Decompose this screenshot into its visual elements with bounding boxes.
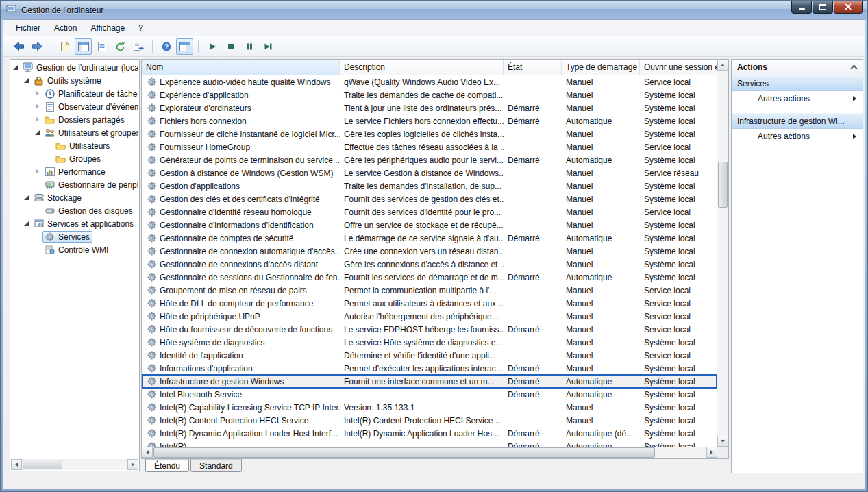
- list-vertical-scrollbar[interactable]: [717, 60, 728, 447]
- stop-service-button[interactable]: [222, 38, 239, 55]
- tree-node[interactable]: Gestion de l'ordinateur (local): [21, 62, 138, 73]
- properties-button[interactable]: [93, 38, 110, 55]
- show-hide-action-pane-button[interactable]: [176, 38, 193, 55]
- action-section-header[interactable]: Infrastructure de gestion Wi...: [732, 113, 863, 129]
- tree-item[interactable]: Utilisateurs et groupes l: [11, 126, 138, 139]
- menu-item[interactable]: Fichier: [9, 21, 47, 35]
- tree-node[interactable]: Performance: [42, 166, 108, 177]
- tree-item[interactable]: Services et applications: [11, 217, 138, 230]
- service-row[interactable]: Gestionnaire de sessions du Gestionnaire…: [142, 271, 717, 284]
- column-header-ouvrir-une-session-e[interactable]: Ouvrir une session e: [640, 60, 717, 75]
- service-row[interactable]: Identité de l'applicationDétermine et vé…: [142, 349, 717, 362]
- service-row[interactable]: Intel(R) Dynamic Application Loader Host…: [142, 427, 717, 440]
- menu-item[interactable]: Action: [47, 21, 84, 35]
- tree-horizontal-scrollbar[interactable]: [11, 459, 138, 470]
- tree-item[interactable]: Utilisateurs: [11, 139, 138, 152]
- tree-item[interactable]: Gestion de l'ordinateur (local): [11, 61, 138, 74]
- service-row[interactable]: Gestion des clés et des certificats d'in…: [142, 193, 717, 206]
- list-vscroll-thumb[interactable]: [718, 162, 728, 208]
- service-row[interactable]: Générateur de points de terminaison du s…: [142, 153, 717, 167]
- list-vscroll-track[interactable]: [717, 71, 728, 436]
- tree-item[interactable]: Dossiers partagés: [11, 113, 138, 126]
- service-row[interactable]: Infrastructure de gestion WindowsFournit…: [142, 375, 717, 388]
- service-row[interactable]: Intel(R) Content Protection HECI Service…: [142, 414, 717, 427]
- service-row[interactable]: Gestionnaire d'informations d'identifica…: [142, 219, 717, 232]
- column-header-nom[interactable]: Nom: [142, 60, 340, 75]
- scroll-right-button[interactable]: [706, 447, 717, 458]
- tree-hscroll-thumb[interactable]: [23, 460, 62, 469]
- tree-item[interactable]: Stockage: [11, 191, 138, 204]
- service-row[interactable]: Hôte de périphérique UPnPAutorise l'hébe…: [142, 310, 717, 323]
- tree-item[interactable]: Contrôle WMI: [11, 243, 138, 256]
- tree-node[interactable]: Contrôle WMI: [42, 244, 111, 256]
- service-row[interactable]: Hôte du fournisseur de découverte de fon…: [142, 323, 717, 336]
- minimize-button[interactable]: [791, 1, 812, 14]
- service-row[interactable]: Expérience d'applicationTraite les deman…: [142, 88, 717, 101]
- tree-node[interactable]: Stockage: [32, 192, 84, 204]
- scroll-right-button[interactable]: [127, 459, 138, 470]
- tree-node[interactable]: Outils système: [32, 75, 104, 86]
- tree-item[interactable]: Gestion des disques: [11, 204, 138, 217]
- list-hscroll-track[interactable]: [153, 447, 706, 458]
- tree-node[interactable]: Utilisateurs: [53, 140, 112, 151]
- tree-item[interactable]: Services: [11, 230, 138, 243]
- tree-item[interactable]: Performance: [11, 165, 138, 178]
- service-row[interactable]: Gestionnaire d'identité réseau homologue…: [142, 206, 717, 219]
- service-row[interactable]: Hôte de DLL de compteur de performancePe…: [142, 297, 717, 310]
- expanded-expander-icon[interactable]: [23, 77, 31, 84]
- column-header-description[interactable]: Description: [340, 60, 504, 75]
- menu-item[interactable]: Affichage: [84, 21, 132, 35]
- tree-node[interactable]: Utilisateurs et groupes l: [42, 127, 138, 138]
- tree-node[interactable]: Services et applications: [32, 218, 136, 230]
- tree-item[interactable]: Planificateur de tâches: [11, 87, 138, 100]
- expanded-expander-icon[interactable]: [12, 64, 20, 71]
- titlebar[interactable]: Gestion de l'ordinateur: [1, 1, 867, 19]
- service-row[interactable]: Gestionnaire de connexions d'accès dista…: [142, 258, 717, 271]
- service-row[interactable]: Fournisseur HomeGroupEffectue des tâches…: [142, 140, 717, 153]
- service-row[interactable]: Gestion d'applicationsTraite les demande…: [142, 180, 717, 193]
- expanded-expander-icon[interactable]: [23, 220, 31, 227]
- action-item[interactable]: Autres actions: [732, 91, 863, 107]
- tree-item[interactable]: Gestionnaire de périphé: [11, 178, 138, 191]
- expanded-expander-icon[interactable]: [34, 129, 42, 136]
- service-row[interactable]: Explorateur d'ordinateursTient à jour un…: [142, 101, 717, 114]
- scroll-down-button[interactable]: [717, 436, 728, 447]
- tree-node[interactable]: Groupes: [53, 153, 103, 164]
- restart-service-button[interactable]: [259, 38, 276, 55]
- help-button[interactable]: ?: [158, 38, 175, 55]
- start-service-button[interactable]: [203, 38, 221, 55]
- collapsed-expander-icon[interactable]: [34, 168, 42, 175]
- tree-node[interactable]: Dossiers partagés: [42, 114, 127, 125]
- service-row[interactable]: Gestion à distance de Windows (Gestion W…: [142, 167, 717, 180]
- list-hscroll-thumb[interactable]: [153, 447, 655, 458]
- service-row[interactable]: Intel Bluetooth ServiceDémarréAutomatiqu…: [142, 388, 717, 401]
- pause-service-button[interactable]: [240, 38, 258, 55]
- tree-node[interactable]: Planificateur de tâches: [42, 88, 138, 99]
- service-row[interactable]: Fournisseur de cliché instantané de logi…: [142, 127, 717, 140]
- scroll-left-button[interactable]: [142, 447, 153, 458]
- collapsed-expander-icon[interactable]: [34, 90, 42, 97]
- service-row[interactable]: Gestionnaire de connexion automatique d'…: [142, 245, 717, 258]
- tab-standard[interactable]: Standard: [190, 459, 242, 472]
- tree-item[interactable]: Groupes: [11, 152, 138, 165]
- tree-hscroll-track[interactable]: [22, 459, 127, 470]
- service-row[interactable]: Groupement de mise en réseau de pairsPer…: [142, 284, 717, 297]
- tree-item[interactable]: Outils système: [11, 74, 138, 87]
- action-section-header[interactable]: Services: [732, 75, 863, 91]
- forward-button[interactable]: [29, 38, 46, 55]
- service-row[interactable]: Intel(R) Capability Licensing Service TC…: [142, 401, 717, 414]
- service-row[interactable]: Expérience audio-vidéo haute qualité Win…: [142, 75, 717, 88]
- tree-item[interactable]: Observateur d'événeme: [11, 100, 138, 113]
- scroll-left-button[interactable]: [11, 459, 22, 470]
- close-button[interactable]: [834, 1, 863, 14]
- collapse-actions-pane-icon[interactable]: [851, 65, 858, 72]
- tree-node[interactable]: Gestionnaire de périphé: [42, 179, 138, 190]
- service-row[interactable]: Gestionnaire de comptes de sécuritéLe dé…: [142, 232, 717, 245]
- maximize-button[interactable]: [813, 1, 833, 14]
- document-button[interactable]: [56, 38, 73, 55]
- action-item[interactable]: Autres actions: [732, 129, 863, 145]
- tree-node[interactable]: Gestion des disques: [42, 205, 136, 217]
- back-button[interactable]: [10, 38, 27, 55]
- service-row[interactable]: Fichiers hors connexionLe service Fichie…: [142, 114, 717, 127]
- export-list-button[interactable]: [130, 38, 147, 55]
